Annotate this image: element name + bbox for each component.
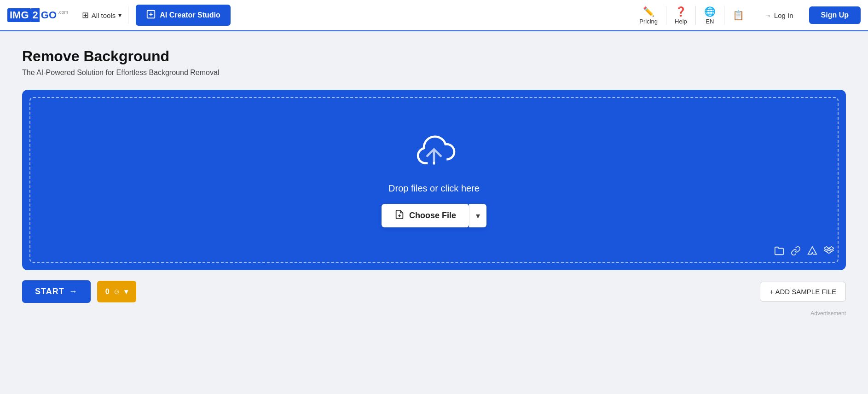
- choose-file-dropdown-button[interactable]: ▾: [469, 204, 486, 227]
- grid-icon: ⊞: [82, 10, 89, 20]
- clipboard-icon: 📋: [733, 10, 744, 21]
- choose-file-group: Choose File ▾: [382, 204, 486, 227]
- all-tools-label: All tools: [92, 12, 116, 19]
- all-tools-button[interactable]: ⊞ All tools ▾: [75, 6, 129, 24]
- dropbox-icon[interactable]: [824, 246, 834, 258]
- nav-language[interactable]: 🌐 EN: [696, 6, 724, 25]
- login-label: Log In: [774, 12, 793, 19]
- drop-text: Drop files or click here: [388, 183, 480, 194]
- add-sample-label: + ADD SAMPLE FILE: [770, 288, 836, 296]
- pricing-icon: ✏️: [643, 6, 654, 17]
- header: IMG 2 GO .com ⊞ All tools ▾ AI Creator S…: [0, 0, 868, 31]
- counter-value: 0: [105, 288, 110, 296]
- page-subtitle: The AI-Powered Solution for Effortless B…: [22, 69, 846, 77]
- add-sample-button[interactable]: + ADD SAMPLE FILE: [760, 282, 846, 301]
- counter-chevron-icon: ▾: [124, 287, 128, 296]
- advertisement-text: Advertisement: [22, 310, 846, 317]
- ai-creator-icon: [146, 9, 156, 21]
- google-drive-icon[interactable]: [807, 246, 817, 258]
- help-icon: ❓: [675, 6, 687, 17]
- nav-help[interactable]: ❓ Help: [666, 6, 696, 25]
- header-nav: ✏️ Pricing ❓ Help 🌐 EN 📋: [631, 6, 752, 25]
- pricing-label: Pricing: [639, 18, 658, 25]
- footer-controls: START → 0 ☺ ▾ + ADD SAMPLE FILE: [22, 280, 846, 303]
- folder-icon[interactable]: [774, 246, 784, 258]
- start-arrow-icon: →: [69, 287, 78, 296]
- file-icon: [394, 209, 405, 222]
- ai-creator-label: AI Creator Studio: [160, 11, 220, 19]
- counter-icon: ☺: [113, 288, 121, 296]
- login-arrow-icon: →: [764, 12, 771, 19]
- dropzone[interactable]: Drop files or click here Choose File: [29, 97, 839, 263]
- main-content: Remove Background The AI-Powered Solutio…: [0, 31, 868, 328]
- logo-img: IMG: [7, 8, 31, 22]
- page-title: Remove Background: [22, 48, 846, 65]
- signup-button[interactable]: Sign Up: [809, 6, 861, 24]
- chevron-down-icon: ▾: [476, 211, 480, 220]
- logo-two: 2: [31, 8, 40, 22]
- logo-com: .com: [58, 10, 68, 15]
- language-label: EN: [706, 18, 714, 25]
- help-label: Help: [675, 18, 687, 25]
- nav-notifications[interactable]: 📋: [724, 10, 752, 21]
- dropzone-outer: Drop files or click here Choose File: [22, 90, 846, 270]
- ai-creator-button[interactable]: AI Creator Studio: [136, 5, 231, 26]
- counter-button[interactable]: 0 ☺ ▾: [97, 281, 136, 302]
- nav-pricing[interactable]: ✏️ Pricing: [631, 6, 666, 25]
- choose-file-button[interactable]: Choose File: [382, 204, 469, 227]
- start-button[interactable]: START →: [22, 280, 91, 303]
- logo: IMG 2 GO .com: [7, 8, 68, 22]
- dropzone-bottom-icons: [774, 246, 834, 258]
- logo-go: GO: [40, 8, 58, 22]
- link-icon[interactable]: [791, 246, 801, 258]
- choose-file-label: Choose File: [409, 211, 456, 220]
- upload-cloud-icon: [409, 133, 459, 174]
- globe-icon: 🌐: [704, 6, 716, 17]
- signup-label: Sign Up: [821, 11, 849, 19]
- login-button[interactable]: → Log In: [756, 8, 802, 23]
- chevron-down-icon: ▾: [118, 12, 122, 19]
- start-label: START: [35, 287, 64, 296]
